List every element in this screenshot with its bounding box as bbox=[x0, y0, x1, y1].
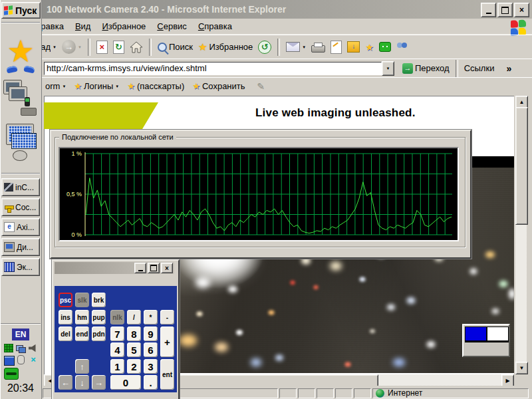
keyboard-layout-tray-icon[interactable] bbox=[4, 344, 13, 352]
edit-button[interactable] bbox=[328, 39, 344, 55]
netmeeting-button[interactable]: ★ bbox=[362, 41, 376, 54]
vertical-scroll-thumb[interactable] bbox=[515, 107, 528, 225]
key-1[interactable]: 1 bbox=[110, 359, 124, 374]
key-slk[interactable]: slk bbox=[75, 293, 89, 307]
osk-titlebar[interactable]: × bbox=[55, 262, 174, 274]
key-pup[interactable]: pup bbox=[92, 310, 106, 325]
history-button[interactable]: ↺ bbox=[255, 39, 274, 55]
icq-toolbar-button[interactable] bbox=[376, 41, 394, 53]
mail-caret-icon[interactable]: ▼ bbox=[302, 45, 306, 49]
back-caret-icon[interactable]: ▼ bbox=[53, 45, 57, 49]
stop-button[interactable]: × bbox=[94, 39, 110, 55]
key-3[interactable]: 3 bbox=[144, 359, 158, 374]
key-.[interactable]: . bbox=[144, 375, 158, 390]
key-nlk[interactable]: nlk bbox=[110, 310, 124, 325]
key-0[interactable]: 0 bbox=[110, 375, 141, 390]
taskbar-button[interactable]: eAxi... bbox=[1, 218, 40, 236]
restore-button[interactable] bbox=[497, 3, 513, 17]
roboform-menu-button[interactable]: orm ▼ bbox=[43, 80, 68, 92]
print-icon bbox=[311, 45, 325, 53]
key-↓[interactable]: ↓ bbox=[75, 375, 89, 390]
display-tray-icon[interactable] bbox=[4, 356, 15, 366]
key-←[interactable]: ← bbox=[59, 375, 72, 390]
key-ins[interactable]: ins bbox=[59, 310, 72, 325]
key--[interactable]: - bbox=[160, 310, 174, 325]
osk-close-button[interactable]: × bbox=[161, 263, 173, 273]
onscreen-keyboard-window: × pscslkbrkinshmpupnlk/*-delendpdn789+45… bbox=[52, 259, 180, 399]
menu-item-Вид[interactable]: Вид bbox=[75, 21, 91, 31]
key-end[interactable]: end bbox=[75, 327, 89, 341]
menu-item-Справка[interactable]: Справка bbox=[198, 21, 232, 31]
messenger-button[interactable] bbox=[394, 41, 411, 53]
key-8[interactable]: 8 bbox=[127, 327, 141, 341]
print-button[interactable] bbox=[309, 40, 328, 54]
address-input[interactable] bbox=[44, 62, 382, 75]
icq-tray-icon[interactable] bbox=[4, 368, 19, 380]
key-del[interactable]: del bbox=[59, 327, 72, 341]
network-connections-shortcut[interactable] bbox=[3, 78, 38, 120]
keyboard-icon bbox=[11, 133, 37, 149]
car-light bbox=[470, 269, 477, 275]
passcards-button[interactable]: ★ (пасскарты) bbox=[124, 80, 187, 92]
key-psc[interactable]: psc bbox=[59, 293, 72, 307]
address-dropdown-button[interactable]: ▼ bbox=[382, 61, 394, 76]
key-4[interactable]: 4 bbox=[110, 342, 124, 357]
key-7[interactable]: 7 bbox=[110, 327, 124, 341]
osk-maximize-button[interactable] bbox=[148, 263, 160, 273]
car-light bbox=[268, 311, 274, 315]
vertical-scrollbar[interactable]: ▲ ▼ bbox=[515, 96, 527, 374]
onscreen-keyboard-shortcut[interactable] bbox=[5, 124, 37, 164]
cut-tool-tray-icon[interactable]: × bbox=[29, 355, 38, 364]
ie-titlebar[interactable]: 100 Network Camera 2.40 - Microsoft Inte… bbox=[0, 0, 532, 19]
key-→[interactable]: → bbox=[92, 375, 106, 390]
key-brk[interactable]: brk bbox=[92, 293, 106, 307]
key-9[interactable]: 9 bbox=[144, 327, 158, 341]
pencil-icon[interactable]: ✎ bbox=[257, 81, 265, 92]
go-button[interactable]: → Переход bbox=[400, 62, 452, 75]
toolbar-separator bbox=[88, 39, 90, 56]
home-button[interactable] bbox=[127, 40, 146, 55]
forward-caret-icon[interactable]: ▼ bbox=[78, 45, 82, 49]
forward-button[interactable]: → ▼ bbox=[59, 39, 84, 55]
page-heading: Live web imaging unleashed. bbox=[255, 106, 416, 120]
blue-swatch[interactable] bbox=[466, 327, 486, 340]
refresh-button[interactable]: ↻ bbox=[110, 39, 127, 55]
key-2[interactable]: 2 bbox=[127, 359, 141, 374]
key-↑[interactable]: ↑ bbox=[75, 359, 89, 374]
menu-item-Избранное[interactable]: Избранное bbox=[102, 21, 146, 31]
network-tray-icon[interactable] bbox=[16, 344, 25, 352]
osk-minimize-button[interactable] bbox=[134, 263, 146, 273]
key-6[interactable]: 6 bbox=[144, 342, 158, 357]
taskbar-button[interactable]: Сос... bbox=[1, 198, 40, 216]
search-button[interactable]: Поиск bbox=[155, 41, 196, 53]
modem-icon bbox=[21, 108, 37, 116]
save-button[interactable]: ★ Сохранить bbox=[190, 80, 247, 92]
links-chevron-icon[interactable]: » bbox=[506, 63, 511, 74]
menu-item-Сервис[interactable]: Сервис bbox=[157, 21, 187, 31]
start-button[interactable]: Пуск bbox=[1, 2, 41, 19]
close-button[interactable]: × bbox=[514, 3, 529, 17]
key-ent[interactable]: ent bbox=[160, 359, 174, 390]
language-indicator[interactable]: EN bbox=[12, 329, 29, 340]
scroll-down-button[interactable]: ▼ bbox=[515, 362, 528, 374]
key-/[interactable]: / bbox=[127, 310, 141, 325]
links-button[interactable]: Ссылки bbox=[462, 62, 497, 74]
mouse-tray-icon[interactable] bbox=[17, 355, 25, 364]
key-5[interactable]: 5 bbox=[127, 342, 141, 357]
volume-tray-icon[interactable] bbox=[29, 344, 38, 352]
car-light bbox=[330, 262, 342, 271]
key-+[interactable]: + bbox=[160, 327, 174, 357]
mail-button[interactable]: ▼ bbox=[283, 41, 309, 53]
taskbar-button[interactable]: Ди... bbox=[1, 238, 40, 256]
taskbar-button[interactable]: inC... bbox=[1, 178, 40, 196]
key-*[interactable]: * bbox=[144, 310, 158, 325]
star-shortcut[interactable]: ★ bbox=[5, 35, 36, 76]
minimize-button[interactable] bbox=[481, 3, 496, 17]
taskbar-button[interactable]: Эк... bbox=[1, 258, 40, 276]
key-pdn[interactable]: pdn bbox=[92, 327, 106, 341]
key-hm[interactable]: hm bbox=[75, 310, 89, 325]
favorites-button[interactable]: ★ Избранное bbox=[196, 40, 255, 55]
download-tool-button[interactable]: ↓ bbox=[344, 40, 362, 54]
logins-button[interactable]: ★ Логины ▼ bbox=[71, 80, 122, 92]
white-swatch[interactable] bbox=[487, 327, 508, 340]
